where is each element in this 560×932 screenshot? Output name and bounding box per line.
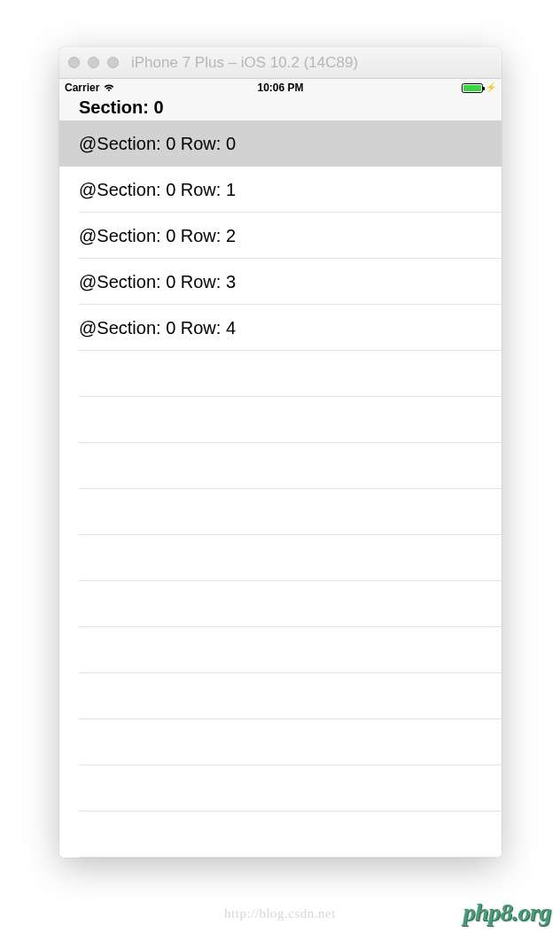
battery-fill — [463, 85, 481, 91]
table-row-empty — [59, 627, 502, 673]
wifi-icon — [103, 83, 115, 92]
window-titlebar[interactable]: iPhone 7 Plus – iOS 10.2 (14C89) — [59, 47, 502, 79]
row-separator — [79, 857, 502, 858]
device-screen: Carrier 10:06 PM ⚡ Section: 0 @Section: … — [59, 79, 502, 858]
table-row-empty — [59, 535, 502, 581]
battery-icon — [462, 83, 483, 93]
table-row-label: @Section: 0 Row: 3 — [79, 272, 236, 292]
zoom-window-button[interactable] — [107, 57, 119, 68]
table-row[interactable]: @Section: 0 Row: 2 — [59, 213, 502, 259]
simulator-window: iPhone 7 Plus – iOS 10.2 (14C89) Carrier… — [59, 47, 502, 858]
status-bar-right: ⚡ — [462, 83, 496, 93]
table-row[interactable]: @Section: 0 Row: 1 — [59, 167, 502, 213]
table-row-label: @Section: 0 Row: 1 — [79, 180, 236, 200]
table-row-empty — [59, 812, 502, 858]
window-title: iPhone 7 Plus – iOS 10.2 (14C89) — [131, 54, 358, 72]
table-row-empty — [59, 719, 502, 765]
table-row[interactable]: @Section: 0 Row: 4 — [59, 305, 502, 351]
table-row-empty — [59, 673, 502, 719]
watermark-logo: php8.org — [463, 898, 551, 927]
carrier-label: Carrier — [65, 82, 99, 94]
status-bar-left: Carrier — [65, 82, 115, 94]
table-row-empty — [59, 397, 502, 443]
table-row-empty — [59, 765, 502, 812]
table-view[interactable]: @Section: 0 Row: 0@Section: 0 Row: 1@Sec… — [59, 120, 502, 858]
table-row-empty — [59, 489, 502, 535]
table-row-label: @Section: 0 Row: 2 — [79, 226, 236, 246]
minimize-window-button[interactable] — [88, 57, 99, 68]
status-bar-time: 10:06 PM — [59, 82, 502, 94]
close-window-button[interactable] — [68, 57, 80, 68]
table-row-empty — [59, 443, 502, 489]
table-row[interactable]: @Section: 0 Row: 0 — [59, 120, 502, 167]
table-row-empty — [59, 351, 502, 397]
table-row-label: @Section: 0 Row: 0 — [79, 134, 236, 154]
traffic-lights — [68, 57, 119, 68]
status-bar: Carrier 10:06 PM ⚡ — [59, 79, 502, 97]
table-row[interactable]: @Section: 0 Row: 3 — [59, 259, 502, 305]
table-row-label: @Section: 0 Row: 4 — [79, 318, 236, 338]
table-row-empty — [59, 581, 502, 627]
section-header-label: Section: 0 — [79, 97, 164, 118]
charging-icon: ⚡ — [486, 83, 496, 92]
